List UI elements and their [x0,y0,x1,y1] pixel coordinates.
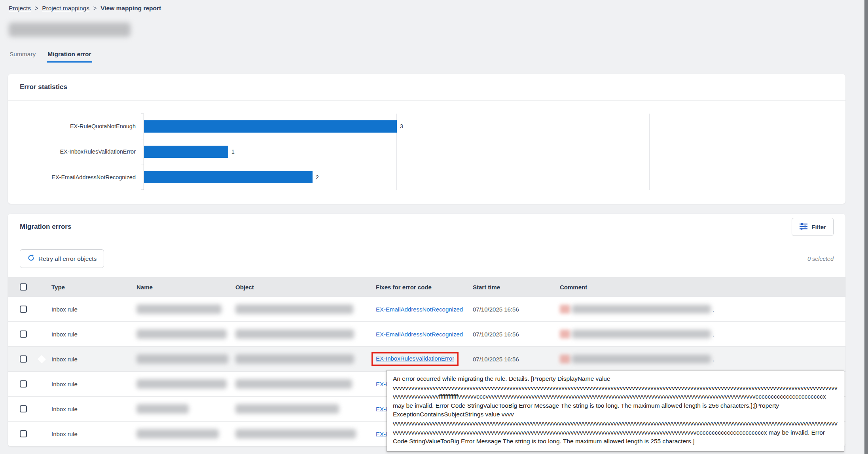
object-cell [235,304,376,314]
breadcrumb-item-1[interactable]: Project mappings [42,5,89,12]
name-redacted [136,329,227,339]
row-checkbox[interactable] [20,306,27,313]
name-cell [136,379,235,389]
column-header-name: Name [136,284,235,291]
tab-summary[interactable]: Summary [9,50,36,63]
breadcrumb-separator-icon: > [35,4,38,12]
comment-redacted [572,305,711,313]
row-select-cell [20,355,51,363]
chart-bar-row: EX-RuleQuotaNotEnough3 [8,114,845,139]
start-time-cell: 07/10/2025 16:56 [473,306,560,313]
object-redacted [235,404,339,414]
name-cell [136,304,235,314]
object-cell [235,329,376,339]
comment-redacted [572,330,711,338]
name-cell [136,404,235,414]
page-title-redacted [9,23,131,37]
column-header-object: Object [235,284,376,291]
row-checkbox[interactable] [20,380,27,388]
error-statistics-title: Error statistics [20,83,67,91]
name-redacted [136,354,228,364]
object-cell [235,379,376,389]
row-checkbox[interactable] [20,405,27,412]
start-time-cell: 07/10/2025 16:56 [473,356,560,363]
filter-button-label: Filter [811,224,826,230]
filter-button[interactable]: Filter [792,218,834,236]
chart-bar-row: EX-InboxRulesValidationError1 [8,139,845,164]
chart-bar-area: 3 [140,120,845,133]
breadcrumb-item-0[interactable]: Projects [9,5,31,12]
comment-error-icon-redacted [560,330,570,338]
row-checkbox[interactable] [20,430,27,437]
breadcrumb: Projects>Project mappings>View mapping r… [9,5,161,12]
breadcrumb-item-2: View mapping report [100,5,161,12]
object-cell [235,404,376,414]
name-redacted [136,429,219,439]
comment-tail: . [713,356,714,363]
error-code-cell: EX-InboxRulesValidationError [376,352,473,366]
row-select-cell [20,331,51,338]
comment-tail: . [713,331,714,338]
error-code-link[interactable]: EX-EmailAddressNotRecognized [376,331,463,338]
type-cell: Inbox rule [51,331,136,338]
chart-bar [144,171,313,183]
type-cell: Inbox rule [51,406,136,412]
object-cell [235,354,376,364]
error-statistics-chart: EX-RuleQuotaNotEnough3EX-InboxRulesValid… [8,114,845,190]
column-header-type: Type [51,284,136,291]
column-header-comment: Comment [560,284,845,291]
select-all-checkbox[interactable] [20,283,27,291]
comment-error-icon-redacted [560,305,570,313]
name-redacted [136,304,222,314]
object-redacted [235,429,356,439]
comment-error-icon-redacted [560,355,570,363]
object-redacted [235,379,352,389]
error-code-cell: EX-EmailAddressNotRecognized [376,331,473,338]
retry-all-error-objects-button[interactable]: Retry all error objects [20,249,104,268]
chart-bar [144,146,228,158]
error-highlight-box: EX-InboxRulesValidationError [371,352,459,366]
chart-category-label: EX-InboxRulesValidationError [8,148,140,155]
chart-value-label: 1 [231,148,235,155]
object-cell [235,429,376,439]
error-code-cell: EX-EmailAddressNotRecognized [376,306,473,313]
row-select-cell [20,405,51,412]
comment-cell: . [560,305,845,313]
selected-count: 0 selected [807,256,834,262]
chart-bar [144,120,397,133]
object-redacted [235,354,354,364]
comment-redacted [572,355,711,363]
vertical-scrollbar[interactable] [864,0,868,454]
chart-bar-area: 2 [140,171,845,183]
column-header-start-time: Start time [473,284,560,291]
column-header-fixes-for-error-code: Fixes for error code [376,284,473,291]
error-code-link[interactable]: EX-EmailAddressNotRecognized [376,306,463,313]
chart-value-label: 3 [400,123,403,129]
type-cell: Inbox rule [51,431,136,437]
table-row: Inbox ruleEX-EmailAddressNotRecognized07… [8,297,845,322]
error-code-link[interactable]: EX-InboxRulesValidationError [376,355,454,362]
comment-cell: . [560,355,845,363]
table-row: Inbox ruleEX-EmailAddressNotRecognized07… [8,322,845,347]
tab-migration-error[interactable]: Migration error [47,50,92,63]
chart-category-label: EX-RuleQuotaNotEnough [8,123,140,129]
table-row: Inbox ruleEX-InboxRulesValidationError07… [8,347,845,372]
object-redacted [235,304,353,314]
row-checkbox[interactable] [20,331,27,338]
error-statistics-card: Error statistics EX-RuleQuotaNotEnough3E… [8,74,845,204]
type-cell: Inbox rule [51,356,136,363]
object-redacted [235,329,354,339]
tab-bar: SummaryMigration error [9,50,92,63]
name-cell [136,354,235,364]
migration-errors-title: Migration errors [20,223,71,231]
row-select-cell [20,306,51,313]
chart-bar-row: EX-EmailAddressNotRecognized2 [8,165,845,190]
row-select-cell [20,380,51,388]
page: Projects>Project mappings>View mapping r… [0,0,868,454]
filter-sliders-icon [799,222,808,232]
retry-button-label: Retry all error objects [38,255,97,262]
breadcrumb-separator-icon: > [93,4,97,12]
row-checkbox[interactable] [20,355,27,363]
table-header-row: TypeNameObjectFixes for error codeStart … [8,277,845,297]
name-redacted [136,379,227,389]
